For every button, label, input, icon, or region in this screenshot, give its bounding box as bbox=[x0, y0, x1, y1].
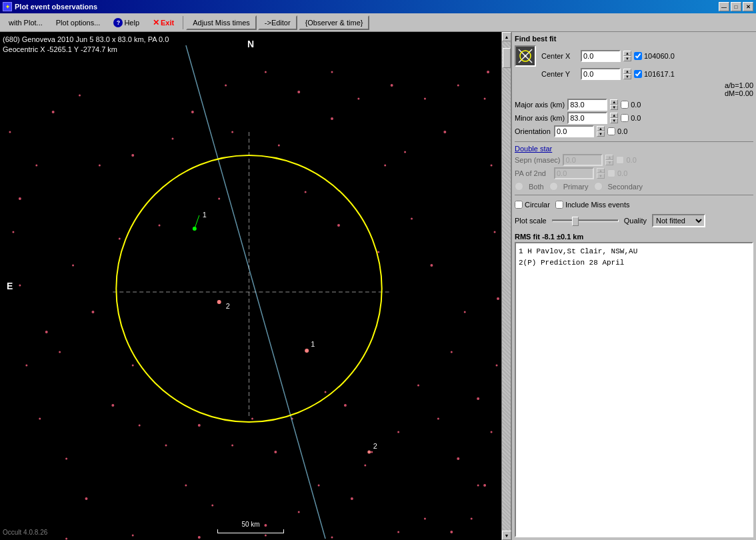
svg-point-71 bbox=[391, 84, 393, 87]
circular-checkbox[interactable] bbox=[515, 201, 523, 209]
plot-options-menu[interactable]: Plot options... bbox=[50, 15, 107, 30]
editor-button[interactable]: ->Editor bbox=[258, 15, 297, 30]
svg-point-97 bbox=[367, 451, 371, 454]
observer-time-button[interactable]: {Observer & time} bbox=[299, 15, 370, 30]
center-y-up[interactable]: ▲ bbox=[623, 69, 631, 74]
svg-point-95 bbox=[305, 349, 309, 353]
center-y-spinner[interactable]: ▲ ▼ bbox=[623, 69, 631, 79]
fit-icon[interactable] bbox=[515, 45, 536, 67]
svg-point-5 bbox=[159, 225, 161, 227]
svg-point-30 bbox=[19, 285, 21, 287]
plot-scale-slider[interactable] bbox=[552, 219, 619, 222]
radio-secondary-label: Secondary bbox=[608, 183, 643, 191]
radio-primary bbox=[549, 182, 558, 191]
svg-point-84 bbox=[265, 535, 267, 537]
orientation-checkbox[interactable] bbox=[607, 127, 615, 135]
svg-point-62 bbox=[19, 197, 21, 200]
svg-point-74 bbox=[487, 71, 489, 73]
scroll-track[interactable] bbox=[502, 41, 511, 531]
center-y-display: 101617.1 bbox=[644, 70, 684, 78]
svg-point-11 bbox=[411, 218, 413, 220]
svg-point-38 bbox=[404, 151, 406, 153]
scroll-up-button[interactable]: ▲ bbox=[502, 32, 511, 41]
svg-point-79 bbox=[491, 431, 493, 433]
sepn-up: ▲ bbox=[605, 155, 613, 160]
svg-point-82 bbox=[132, 535, 134, 537]
svg-rect-0 bbox=[0, 32, 501, 540]
plot-info-line1: (680) Genoveva 2010 Jun 5 83.0 x 83.0 km… bbox=[3, 35, 169, 45]
center-x-up[interactable]: ▲ bbox=[623, 51, 631, 56]
adjust-miss-button[interactable]: Adjust Miss times bbox=[186, 15, 257, 30]
include-miss-checkbox[interactable] bbox=[555, 201, 563, 209]
svg-point-47 bbox=[231, 445, 233, 447]
major-axis-down[interactable]: ▼ bbox=[610, 105, 618, 110]
svg-point-54 bbox=[437, 418, 439, 420]
orientation-down[interactable]: ▼ bbox=[597, 131, 605, 137]
center-y-checkbox[interactable] bbox=[634, 70, 642, 78]
svg-point-24 bbox=[185, 485, 187, 487]
east-label: E bbox=[7, 281, 13, 291]
center-y-down[interactable]: ▼ bbox=[623, 74, 631, 79]
major-axis-input[interactable] bbox=[567, 99, 607, 111]
minor-axis-input[interactable] bbox=[567, 112, 607, 124]
minor-axis-checkbox[interactable] bbox=[621, 114, 629, 122]
svg-point-14 bbox=[451, 351, 453, 353]
svg-text:2: 2 bbox=[373, 442, 377, 450]
major-axis-spinner[interactable]: ▲ ▼ bbox=[610, 99, 618, 110]
center-x-spinner[interactable]: ▲ ▼ bbox=[623, 51, 631, 61]
plot-info-line2: Geocentric X -5265.1 Y -2774.7 km bbox=[3, 45, 169, 55]
major-axis-up[interactable]: ▲ bbox=[610, 99, 618, 105]
minimize-button[interactable]: — bbox=[719, 2, 729, 11]
svg-point-34 bbox=[218, 198, 220, 200]
scroll-thumb[interactable] bbox=[503, 48, 511, 68]
maximize-button[interactable]: □ bbox=[731, 2, 741, 11]
svg-point-52 bbox=[344, 404, 347, 407]
svg-point-45 bbox=[165, 445, 167, 447]
svg-point-21 bbox=[298, 511, 300, 513]
orientation-up[interactable]: ▲ bbox=[597, 126, 605, 131]
with-plot-menu[interactable]: with Plot... bbox=[3, 15, 49, 30]
plot-area[interactable]: (680) Genoveva 2010 Jun 5 83.0 x 83.0 km… bbox=[0, 32, 501, 540]
slider-thumb[interactable] bbox=[572, 217, 579, 226]
dm-label: dM=0.00 bbox=[725, 89, 753, 97]
plot-scrollbar[interactable]: ▲ ▼ bbox=[501, 32, 511, 540]
scroll-down-button[interactable]: ▼ bbox=[502, 531, 511, 540]
major-axis-checkbox[interactable] bbox=[621, 101, 629, 109]
svg-point-73 bbox=[457, 85, 459, 87]
svg-point-80 bbox=[483, 484, 486, 487]
minor-axis-spinner[interactable]: ▲ ▼ bbox=[610, 113, 618, 123]
divider-1 bbox=[515, 141, 753, 142]
orientation-spinner[interactable]: ▲ ▼ bbox=[597, 126, 605, 137]
double-star-link[interactable]: Double star bbox=[515, 145, 753, 153]
minor-axis-down[interactable]: ▼ bbox=[610, 118, 618, 123]
svg-point-8 bbox=[278, 145, 280, 147]
svg-point-83 bbox=[198, 536, 201, 539]
svg-point-25 bbox=[65, 458, 67, 460]
minor-axis-check-group: 0.0 bbox=[621, 114, 671, 122]
svg-point-27 bbox=[39, 418, 41, 420]
svg-point-17 bbox=[364, 465, 366, 467]
help-menu[interactable]: ? Help bbox=[107, 15, 145, 30]
svg-point-64 bbox=[171, 138, 173, 140]
close-button[interactable]: ✕ bbox=[743, 2, 753, 11]
svg-point-13 bbox=[464, 311, 466, 313]
orientation-input[interactable] bbox=[554, 125, 594, 137]
minor-axis-up[interactable]: ▲ bbox=[610, 113, 618, 118]
scale-quality-row: Plot scale Quality Not fitted Good Poor bbox=[515, 214, 753, 227]
center-y-input[interactable] bbox=[581, 68, 621, 80]
exit-menu[interactable]: ✕ Exit bbox=[147, 15, 180, 30]
center-x-input[interactable] bbox=[581, 50, 621, 62]
sepn-down: ▼ bbox=[605, 160, 613, 165]
svg-point-75 bbox=[9, 131, 11, 133]
center-x-checkbox[interactable] bbox=[634, 52, 642, 60]
quality-select[interactable]: Not fitted Good Poor bbox=[652, 214, 705, 227]
center-x-down[interactable]: ▼ bbox=[623, 56, 631, 61]
radio-both-label: Both bbox=[529, 183, 544, 191]
svg-point-63 bbox=[12, 231, 14, 233]
divider-2 bbox=[515, 195, 753, 195]
svg-point-48 bbox=[251, 418, 253, 420]
svg-point-76 bbox=[494, 231, 496, 233]
svg-point-36 bbox=[337, 224, 340, 227]
sepn-input bbox=[563, 154, 603, 166]
svg-point-103 bbox=[525, 55, 527, 57]
